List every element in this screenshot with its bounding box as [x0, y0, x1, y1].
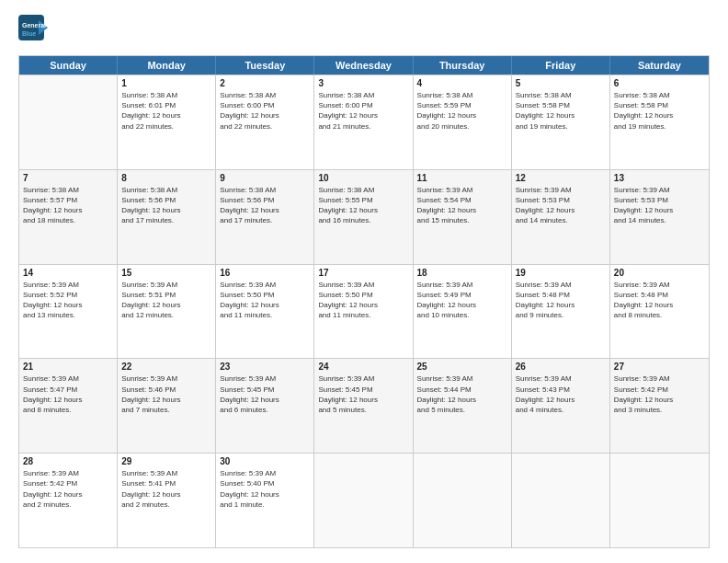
header-day-monday: Monday — [118, 56, 216, 75]
day-number: 15 — [121, 268, 211, 278]
day-cell-25: 25Sunrise: 5:39 AM Sunset: 5:44 PM Dayli… — [414, 359, 512, 453]
day-info: Sunrise: 5:38 AM Sunset: 6:00 PM Dayligh… — [220, 90, 310, 132]
header-day-thursday: Thursday — [414, 56, 512, 75]
day-cell-9: 9Sunrise: 5:38 AM Sunset: 5:56 PM Daylig… — [216, 170, 314, 264]
week-row-1: 1Sunrise: 5:38 AM Sunset: 6:01 PM Daylig… — [19, 75, 709, 169]
day-cell-17: 17Sunrise: 5:39 AM Sunset: 5:50 PM Dayli… — [314, 265, 413, 359]
day-info: Sunrise: 5:39 AM Sunset: 5:50 PM Dayligh… — [220, 280, 310, 321]
day-cell-16: 16Sunrise: 5:39 AM Sunset: 5:50 PM Dayli… — [216, 265, 314, 359]
week-row-3: 14Sunrise: 5:39 AM Sunset: 5:52 PM Dayli… — [19, 264, 709, 359]
day-cell-12: 12Sunrise: 5:39 AM Sunset: 5:53 PM Dayli… — [512, 170, 610, 264]
day-cell-10: 10Sunrise: 5:38 AM Sunset: 5:55 PM Dayli… — [314, 170, 413, 264]
empty-cell — [19, 75, 118, 169]
header-day-wednesday: Wednesday — [314, 56, 413, 75]
week-row-2: 7Sunrise: 5:38 AM Sunset: 5:57 PM Daylig… — [19, 169, 709, 264]
day-info: Sunrise: 5:39 AM Sunset: 5:44 PM Dayligh… — [417, 373, 507, 415]
day-number: 21 — [23, 362, 113, 372]
day-info: Sunrise: 5:38 AM Sunset: 5:58 PM Dayligh… — [614, 90, 705, 132]
day-number: 5 — [516, 78, 606, 88]
empty-cell — [610, 454, 709, 547]
day-number: 25 — [417, 362, 507, 372]
day-info: Sunrise: 5:38 AM Sunset: 6:00 PM Dayligh… — [318, 90, 408, 132]
day-cell-2: 2Sunrise: 5:38 AM Sunset: 6:00 PM Daylig… — [216, 75, 314, 169]
day-number: 1 — [121, 78, 211, 88]
day-number: 27 — [614, 362, 705, 372]
day-cell-20: 20Sunrise: 5:39 AM Sunset: 5:48 PM Dayli… — [610, 265, 709, 359]
logo-icon: General Blue — [18, 15, 48, 48]
week-row-4: 21Sunrise: 5:39 AM Sunset: 5:47 PM Dayli… — [19, 358, 709, 453]
day-cell-13: 13Sunrise: 5:39 AM Sunset: 5:53 PM Dayli… — [610, 170, 709, 264]
day-cell-28: 28Sunrise: 5:39 AM Sunset: 5:42 PM Dayli… — [19, 454, 118, 547]
day-info: Sunrise: 5:38 AM Sunset: 5:59 PM Dayligh… — [417, 90, 507, 132]
day-number: 6 — [614, 78, 705, 88]
header-day-tuesday: Tuesday — [216, 56, 314, 75]
day-info: Sunrise: 5:39 AM Sunset: 5:43 PM Dayligh… — [516, 373, 606, 415]
day-number: 4 — [417, 78, 507, 88]
calendar: SundayMondayTuesdayWednesdayThursdayFrid… — [18, 55, 710, 548]
day-info: Sunrise: 5:39 AM Sunset: 5:48 PM Dayligh… — [614, 280, 705, 321]
day-cell-5: 5Sunrise: 5:38 AM Sunset: 5:58 PM Daylig… — [512, 75, 610, 169]
day-info: Sunrise: 5:39 AM Sunset: 5:53 PM Dayligh… — [516, 185, 606, 226]
day-cell-6: 6Sunrise: 5:38 AM Sunset: 5:58 PM Daylig… — [610, 75, 709, 169]
day-cell-11: 11Sunrise: 5:39 AM Sunset: 5:54 PM Dayli… — [414, 170, 512, 264]
day-cell-30: 30Sunrise: 5:39 AM Sunset: 5:40 PM Dayli… — [216, 454, 314, 547]
day-info: Sunrise: 5:39 AM Sunset: 5:45 PM Dayligh… — [318, 373, 408, 415]
day-info: Sunrise: 5:39 AM Sunset: 5:52 PM Dayligh… — [23, 280, 113, 321]
day-info: Sunrise: 5:39 AM Sunset: 5:46 PM Dayligh… — [121, 373, 211, 415]
svg-text:Blue: Blue — [22, 30, 36, 37]
day-info: Sunrise: 5:38 AM Sunset: 5:55 PM Dayligh… — [318, 185, 408, 226]
day-info: Sunrise: 5:39 AM Sunset: 5:42 PM Dayligh… — [614, 373, 705, 415]
empty-cell — [414, 454, 512, 547]
day-number: 26 — [516, 362, 606, 372]
day-number: 13 — [614, 173, 705, 183]
day-number: 12 — [516, 173, 606, 183]
day-number: 17 — [318, 268, 408, 278]
day-number: 23 — [220, 362, 310, 372]
day-number: 30 — [220, 456, 310, 466]
week-row-5: 28Sunrise: 5:39 AM Sunset: 5:42 PM Dayli… — [19, 453, 709, 547]
empty-cell — [512, 454, 610, 547]
empty-cell — [314, 454, 413, 547]
day-info: Sunrise: 5:39 AM Sunset: 5:45 PM Dayligh… — [220, 373, 310, 415]
calendar-body: 1Sunrise: 5:38 AM Sunset: 6:01 PM Daylig… — [19, 75, 709, 547]
day-cell-27: 27Sunrise: 5:39 AM Sunset: 5:42 PM Dayli… — [610, 359, 709, 453]
day-number: 14 — [23, 268, 113, 278]
day-info: Sunrise: 5:38 AM Sunset: 6:01 PM Dayligh… — [121, 90, 211, 132]
day-number: 7 — [23, 173, 113, 183]
header-day-friday: Friday — [512, 56, 610, 75]
day-cell-3: 3Sunrise: 5:38 AM Sunset: 6:00 PM Daylig… — [314, 75, 413, 169]
day-cell-18: 18Sunrise: 5:39 AM Sunset: 5:49 PM Dayli… — [414, 265, 512, 359]
day-number: 24 — [318, 362, 408, 372]
day-cell-1: 1Sunrise: 5:38 AM Sunset: 6:01 PM Daylig… — [118, 75, 216, 169]
header: General Blue — [18, 15, 710, 48]
day-cell-4: 4Sunrise: 5:38 AM Sunset: 5:59 PM Daylig… — [414, 75, 512, 169]
day-cell-29: 29Sunrise: 5:39 AM Sunset: 5:41 PM Dayli… — [118, 454, 216, 547]
day-number: 20 — [614, 268, 705, 278]
calendar-header: SundayMondayTuesdayWednesdayThursdayFrid… — [19, 56, 709, 75]
day-info: Sunrise: 5:39 AM Sunset: 5:48 PM Dayligh… — [516, 280, 606, 321]
header-day-saturday: Saturday — [610, 56, 709, 75]
day-cell-22: 22Sunrise: 5:39 AM Sunset: 5:46 PM Dayli… — [118, 359, 216, 453]
day-number: 9 — [220, 173, 310, 183]
day-number: 11 — [417, 173, 507, 183]
day-number: 29 — [121, 456, 211, 466]
day-number: 8 — [121, 173, 211, 183]
day-info: Sunrise: 5:38 AM Sunset: 5:56 PM Dayligh… — [220, 185, 310, 226]
day-number: 2 — [220, 78, 310, 88]
day-cell-14: 14Sunrise: 5:39 AM Sunset: 5:52 PM Dayli… — [19, 265, 118, 359]
day-cell-24: 24Sunrise: 5:39 AM Sunset: 5:45 PM Dayli… — [314, 359, 413, 453]
day-info: Sunrise: 5:38 AM Sunset: 5:57 PM Dayligh… — [23, 185, 113, 226]
day-number: 22 — [121, 362, 211, 372]
day-info: Sunrise: 5:39 AM Sunset: 5:50 PM Dayligh… — [318, 280, 408, 321]
svg-text:General: General — [22, 22, 46, 29]
day-number: 10 — [318, 173, 408, 183]
day-info: Sunrise: 5:39 AM Sunset: 5:49 PM Dayligh… — [417, 280, 507, 321]
day-cell-26: 26Sunrise: 5:39 AM Sunset: 5:43 PM Dayli… — [512, 359, 610, 453]
day-number: 16 — [220, 268, 310, 278]
page: General Blue SundayMondayTuesdayWednesda… — [0, 0, 728, 563]
day-cell-21: 21Sunrise: 5:39 AM Sunset: 5:47 PM Dayli… — [19, 359, 118, 453]
day-info: Sunrise: 5:39 AM Sunset: 5:54 PM Dayligh… — [417, 185, 507, 226]
day-info: Sunrise: 5:39 AM Sunset: 5:51 PM Dayligh… — [121, 280, 211, 321]
day-info: Sunrise: 5:39 AM Sunset: 5:53 PM Dayligh… — [614, 185, 705, 226]
day-cell-23: 23Sunrise: 5:39 AM Sunset: 5:45 PM Dayli… — [216, 359, 314, 453]
